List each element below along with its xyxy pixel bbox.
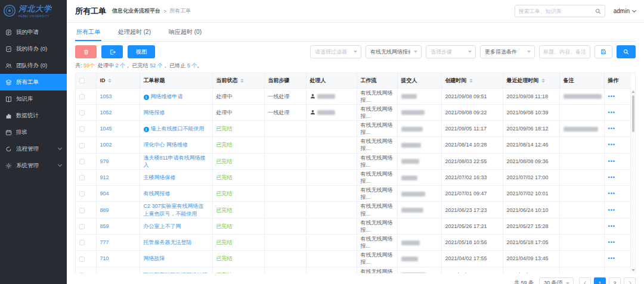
sidebar-item-stats[interactable]: 数据统计 bbox=[0, 107, 67, 124]
chevron-left-icon bbox=[583, 281, 587, 284]
sidebar-item-orders[interactable]: 所有工单 bbox=[0, 74, 67, 90]
row-checkbox[interactable] bbox=[79, 257, 85, 262]
select-all-checkbox[interactable] bbox=[79, 78, 85, 83]
ticket-id-link[interactable]: 1002 bbox=[100, 142, 112, 148]
table-row: 889 C2 307实验室有线网络连上黄色叹号，不能使用 已完结 有线无线网络报… bbox=[76, 202, 631, 218]
breadcrumb-root[interactable]: 信息化业务流程平台 bbox=[112, 7, 160, 15]
sidebar: 河北大学 HEBEI UNIVERSITY 我的申请 我的待办 (0) 团队待办… bbox=[0, 0, 67, 284]
ticket-id-link[interactable]: 1053 bbox=[100, 93, 112, 99]
ticket-id-link[interactable]: 1052 bbox=[100, 110, 112, 116]
sort-icon[interactable] bbox=[240, 79, 244, 83]
ticket-id-link[interactable]: 1045 bbox=[100, 126, 112, 132]
row-checkbox[interactable] bbox=[79, 224, 85, 229]
search-button[interactable] bbox=[617, 45, 636, 58]
table-row: 1052 网络报修 处理中 一线处理 有线无线网络报... 2021/09/08… bbox=[76, 104, 631, 120]
global-search-box[interactable] bbox=[515, 5, 605, 17]
ticket-title-link[interactable]: C2 307实验室有线网络连上黄色叹号，不能使用 bbox=[144, 203, 204, 216]
tab-1[interactable]: 处理超时 (2) bbox=[117, 24, 152, 41]
column-header[interactable]: 当前状态 bbox=[212, 73, 264, 88]
ticket-title-link[interactable]: 网络维修申请 bbox=[151, 93, 183, 99]
row-checkbox[interactable] bbox=[79, 94, 85, 99]
row-checkbox[interactable] bbox=[79, 143, 85, 148]
ticket-id-link[interactable]: 912 bbox=[100, 174, 109, 180]
column-header[interactable]: 最近处理时间 bbox=[503, 73, 559, 88]
ticket-title-link[interactable]: 托管服务器无法登陆 bbox=[144, 239, 192, 245]
column-header[interactable]: ID bbox=[96, 73, 140, 88]
todo-icon bbox=[5, 46, 12, 52]
row-checkbox[interactable] bbox=[79, 175, 85, 180]
ticket-id-link[interactable]: 633 bbox=[100, 272, 109, 273]
ticket-title-link[interactable]: 医学部基础医学楼网络故障 bbox=[144, 272, 208, 273]
ticket-title-link[interactable]: 墙上有线接口不能使用 bbox=[151, 126, 205, 132]
ticket-id-link[interactable]: 859 bbox=[100, 223, 109, 229]
save-filter-button[interactable] bbox=[595, 45, 612, 58]
current-step-cell bbox=[264, 137, 306, 153]
ticket-id-link[interactable]: 904 bbox=[100, 191, 109, 196]
ticket-title-link[interactable]: 逸夫楼811申请有线网络接入 bbox=[144, 155, 206, 168]
row-actions-button[interactable]: ••• bbox=[608, 207, 615, 213]
row-checkbox[interactable] bbox=[79, 191, 85, 196]
column-header[interactable]: 创建时间 bbox=[441, 73, 503, 88]
user-menu[interactable]: admin bbox=[614, 8, 636, 14]
sort-icon[interactable] bbox=[108, 79, 112, 83]
scroll-up-icon[interactable] bbox=[631, 90, 635, 93]
ticket-id-link[interactable]: 979 bbox=[100, 158, 109, 164]
ticket-id-link[interactable]: 777 bbox=[100, 239, 109, 245]
sort-icon[interactable] bbox=[541, 79, 545, 83]
tab-2[interactable]: 响应超时 (0) bbox=[168, 24, 203, 41]
row-actions-button[interactable]: ••• bbox=[608, 93, 615, 99]
page-button-2[interactable]: 2 bbox=[609, 277, 621, 284]
row-actions-button[interactable]: ••• bbox=[608, 174, 615, 180]
row-checkbox[interactable] bbox=[79, 126, 85, 132]
row-checkbox[interactable] bbox=[79, 273, 85, 273]
table-scrollbar[interactable] bbox=[630, 89, 635, 273]
page-button-1[interactable]: 1 bbox=[594, 277, 606, 284]
sidebar-item-form[interactable]: 我的申请 bbox=[0, 24, 67, 40]
global-search-input[interactable] bbox=[519, 8, 593, 14]
delete-button[interactable] bbox=[75, 45, 97, 58]
row-checkbox[interactable] bbox=[79, 110, 85, 116]
ticket-title-link[interactable]: 有线网报修 bbox=[144, 191, 171, 196]
workflow-select[interactable]: 有线无线网络报修 bbox=[366, 45, 422, 58]
view-button[interactable]: 视图 bbox=[128, 45, 155, 58]
row-actions-button[interactable]: ••• bbox=[608, 142, 615, 148]
ticket-title-link[interactable]: 办公室上不了网 bbox=[144, 223, 181, 229]
ticket-title-link[interactable]: 理化中心 网络维修 bbox=[144, 142, 188, 148]
sidebar-item-process[interactable]: 流程管理 bbox=[0, 141, 67, 157]
more-filters-select[interactable]: 更多筛选条件 bbox=[480, 45, 535, 58]
sort-icon[interactable] bbox=[469, 79, 473, 83]
row-actions-button[interactable]: ••• bbox=[608, 255, 615, 261]
sidebar-item-knowledge[interactable]: 知识库 bbox=[0, 90, 67, 107]
ticket-title-link[interactable]: 主楼网络保修 bbox=[144, 174, 176, 180]
row-checkbox[interactable] bbox=[79, 208, 85, 213]
ticket-title-link[interactable]: 网络报修 bbox=[144, 110, 165, 116]
export-button[interactable] bbox=[101, 45, 123, 58]
next-page-button[interactable] bbox=[624, 277, 636, 284]
scrollbar-thumb[interactable] bbox=[632, 95, 634, 132]
sidebar-item-team[interactable]: 团队待办 (0) bbox=[0, 57, 67, 74]
row-actions-button[interactable]: ••• bbox=[608, 110, 615, 116]
summary-total-label: 共: bbox=[75, 63, 82, 68]
sidebar-item-todo[interactable]: 我的待办 (0) bbox=[0, 40, 67, 57]
keyword-input[interactable] bbox=[539, 45, 590, 58]
row-actions-button[interactable]: ••• bbox=[608, 191, 615, 196]
tab-0[interactable]: 所有工单 bbox=[75, 24, 101, 41]
ticket-title-link[interactable]: 网络故障 bbox=[144, 255, 165, 261]
ticket-id-link[interactable]: 889 bbox=[100, 207, 109, 213]
row-actions-button[interactable]: ••• bbox=[608, 126, 615, 132]
row-checkbox[interactable] bbox=[79, 159, 85, 164]
row-actions-button[interactable]: ••• bbox=[608, 223, 615, 229]
step-select[interactable]: 选择步骤 bbox=[426, 45, 476, 58]
prev-page-button[interactable] bbox=[579, 277, 591, 284]
page-size-select[interactable]: 30 条/页 bbox=[539, 277, 574, 284]
ticket-id-link[interactable]: 710 bbox=[100, 255, 109, 261]
row-actions-button[interactable]: ••• bbox=[608, 239, 615, 245]
search-icon[interactable] bbox=[595, 8, 601, 14]
filter-select[interactable]: 请选择过滤器 bbox=[310, 45, 361, 58]
row-actions-button[interactable]: ••• bbox=[608, 158, 615, 164]
row-actions-button[interactable]: ••• bbox=[608, 272, 615, 273]
row-checkbox[interactable] bbox=[79, 240, 85, 245]
scroll-down-icon[interactable] bbox=[631, 269, 635, 271]
sidebar-item-system[interactable]: 系统管理 bbox=[0, 157, 67, 174]
sidebar-item-schedule[interactable]: 排班 bbox=[0, 124, 67, 141]
